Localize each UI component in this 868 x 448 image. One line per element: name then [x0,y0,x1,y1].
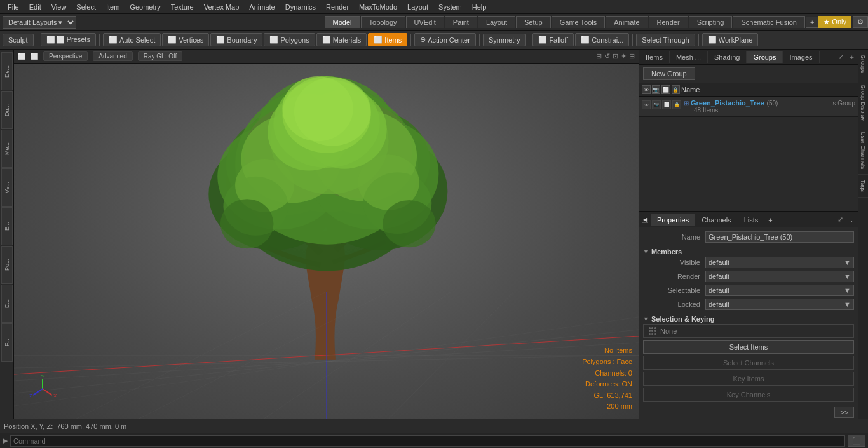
items-btn[interactable]: ⬜ Items [368,33,407,46]
tab-paint[interactable]: Paint [445,16,477,28]
group-collapse-icon[interactable]: ⊞ [684,100,689,107]
viewport[interactable]: ⬜ ⬜ Perspective Advanced Ray GL: Off ⊞ ↺… [14,50,639,419]
tab-channels[interactable]: Channels [695,214,737,226]
menu-system[interactable]: System [433,0,467,14]
visible-select[interactable]: default ▼ [705,257,854,268]
layout-select[interactable]: Default Layouts ▾ [3,16,76,29]
sel-keying-section[interactable]: Selection & Keying [643,313,854,324]
tab-images[interactable]: Images [783,51,819,63]
sidebar-item-f[interactable]: F... [1,323,13,362]
viewport-reset-icon[interactable]: ↺ [604,52,610,60]
star-only-btn[interactable]: ★ Only [818,16,851,28]
tab-shading[interactable]: Shading [708,51,747,63]
tab-layout[interactable]: Layout [478,16,515,28]
command-input[interactable] [10,435,845,447]
action-center-btn[interactable]: ⊕ Action Center [414,33,476,46]
props-collapse-icon[interactable]: ◀ [642,217,648,223]
panel-add-tab[interactable]: + [846,51,858,63]
vertices-btn[interactable]: ⬜ Vertices [162,33,209,46]
locked-select[interactable]: default ▼ [705,299,854,310]
menu-layout[interactable]: Layout [402,0,433,14]
menu-dynamics[interactable]: Dynamics [280,0,321,14]
tab-properties[interactable]: Properties [651,214,695,226]
menu-texture[interactable]: Texture [166,0,199,14]
group-render-icon[interactable]: 📷 [652,100,661,109]
tab-model[interactable]: Model [325,16,360,28]
sidebar-item-poly[interactable]: Po... [1,246,13,284]
menu-view[interactable]: View [46,0,72,14]
sidebar-item-deform[interactable]: De... [1,52,13,90]
tab-render[interactable]: Render [649,16,688,28]
group-select-icon[interactable]: ⬜ [662,100,671,109]
sidebar-item-edit[interactable]: E... [1,207,13,245]
key-channels-button[interactable]: Key Channels [643,388,854,402]
menu-item[interactable]: Item [101,0,125,14]
menu-animate[interactable]: Animate [244,0,280,14]
tab-animate[interactable]: Animate [606,16,648,28]
menu-geometry[interactable]: Geometry [125,0,165,14]
select-through-btn[interactable]: Select Through [636,34,695,46]
select-channels-button[interactable]: Select Channels [643,356,854,370]
scroll-right-btn[interactable]: >> [834,407,854,418]
viewport-fullscreen-icon[interactable]: ⊞ [629,52,635,60]
selectable-select[interactable]: default ▼ [705,285,854,296]
tab-uvedit[interactable]: UVEdit [406,16,444,28]
presets-btn[interactable]: ⬜ ⬜ Presets [41,33,96,46]
settings-btn[interactable]: ⚙ [853,16,868,28]
group-row-pistachio[interactable]: 👁 📷 ⬜ 🔒 ⊞ Green_Pistachio_Tree (50) s Gr… [639,97,858,117]
tab-groups[interactable]: Groups [747,51,783,63]
add-layout-tab[interactable]: + [806,17,818,28]
render-select[interactable]: default ▼ [705,271,854,282]
menu-vertexmap[interactable]: Vertex Map [199,0,245,14]
select-items-button[interactable]: Select Items [643,340,854,354]
groups-list[interactable]: 👁 📷 ⬜ 🔒 ⊞ Green_Pistachio_Tree (50) s Gr… [639,97,858,211]
sidebar-item-dup[interactable]: Du... [1,91,13,129]
col-icon-4[interactable]: 🔒 [672,85,681,94]
right-label-groups[interactable]: Groups [858,50,868,79]
menu-file[interactable]: File [3,0,24,14]
viewport-shading-btn[interactable]: Advanced [93,51,132,61]
tab-scripting[interactable]: Scripting [689,16,733,28]
viewport-perspective-btn[interactable]: Perspective [43,51,88,61]
key-items-button[interactable]: Key Items [643,372,854,386]
menu-edit[interactable]: Edit [24,0,46,14]
props-more-icon[interactable]: ⋮ [846,214,858,225]
tab-lists[interactable]: Lists [738,214,765,226]
members-section[interactable]: Members [643,245,854,257]
menu-render[interactable]: Render [321,0,354,14]
tab-setup[interactable]: Setup [516,16,551,28]
materials-btn[interactable]: ⬜ Materials [316,33,367,46]
auto-select-btn[interactable]: ⬜ Auto Select [103,33,161,46]
sidebar-item-c[interactable]: C... [1,285,13,323]
right-label-user-channels[interactable]: User Channels [858,126,868,175]
viewport-canvas[interactable]: X Y Z No Items Polygons : Face Channels:… [14,64,639,419]
viewport-expand-icon[interactable]: ⬜ [18,53,25,60]
viewport-menu-icon[interactable]: ⬜ [31,53,38,60]
command-run-button[interactable]: ⬛ [848,435,865,447]
tab-schematic[interactable]: Schematic Fusion [733,16,804,28]
workplane-btn[interactable]: ⬜ WorkPlane [702,33,759,46]
name-input[interactable] [705,231,854,243]
tab-items[interactable]: Items [639,51,670,63]
new-group-button[interactable]: New Group [643,67,695,80]
tab-mesh[interactable]: Mesh ... [670,51,708,63]
right-label-tags[interactable]: Tags [858,175,868,198]
tab-topology[interactable]: Topology [361,16,405,28]
viewport-zoom-fit-icon[interactable]: ⊡ [613,52,618,60]
sculpt-btn[interactable]: Sculpt [3,34,34,46]
menu-maxtomodo[interactable]: MaxToModo [354,0,402,14]
group-lock-icon[interactable]: 🔒 [672,100,681,109]
falloff-btn[interactable]: ⬜ Falloff [532,33,574,46]
symmetry-btn[interactable]: Symmetry [483,34,526,46]
viewport-orient-icon[interactable]: ⊞ [596,52,602,60]
sidebar-item-mesh[interactable]: Me... [1,130,13,168]
viewport-renderer-btn[interactable]: Ray GL: Off [138,51,183,61]
col-icon-3[interactable]: ⬜ [661,85,670,94]
props-add-tab[interactable]: + [764,214,776,226]
boundary-btn[interactable]: ⬜ Boundary [210,33,262,46]
menu-help[interactable]: Help [467,0,492,14]
sidebar-item-vert[interactable]: Ve... [1,168,13,207]
polygons-btn[interactable]: ⬜ Polygons [264,33,315,46]
constraints-btn[interactable]: ⬜ Constrai... [575,33,629,46]
col-icon-2[interactable]: 📷 [652,85,661,94]
